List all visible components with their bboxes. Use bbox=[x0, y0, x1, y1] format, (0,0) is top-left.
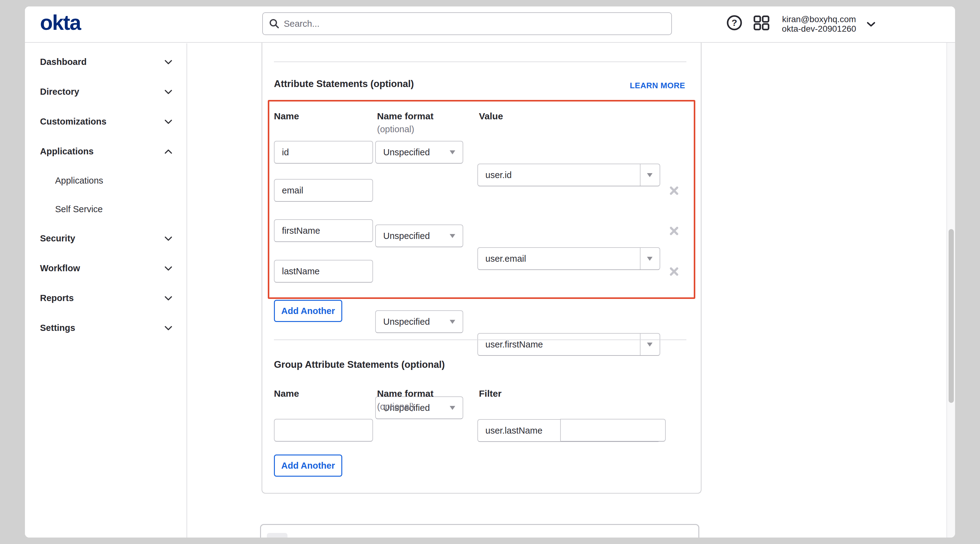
sidebar-item-label: Security bbox=[40, 233, 75, 244]
column-label-name-format: Name format bbox=[377, 389, 433, 399]
next-section-panel bbox=[260, 524, 699, 538]
attr-value-combobox[interactable]: user.id bbox=[477, 163, 660, 186]
sidebar-item-applications[interactable]: Applications bbox=[25, 136, 186, 167]
select-value: Unspecified bbox=[383, 231, 430, 241]
chevron-down-icon bbox=[164, 296, 172, 301]
help-icon[interactable]: ? bbox=[726, 15, 742, 31]
dropdown-arrow-icon bbox=[647, 343, 652, 347]
attr-name-input[interactable] bbox=[274, 179, 373, 202]
attr-name-input[interactable] bbox=[274, 260, 373, 282]
dropdown-arrow-icon bbox=[647, 173, 652, 177]
sidebar-item-security[interactable]: Security bbox=[25, 224, 186, 254]
saml-settings-panel: Attribute Statements (optional) LEARN MO… bbox=[262, 43, 702, 493]
combobox-dropdown-button[interactable] bbox=[640, 248, 660, 270]
account-org: okta-dev-20901260 bbox=[779, 24, 859, 33]
column-label-name: Name bbox=[274, 389, 299, 399]
sidebar-item-settings[interactable]: Settings bbox=[25, 313, 186, 343]
column-label-name: Name bbox=[274, 111, 299, 122]
global-search[interactable] bbox=[262, 12, 672, 35]
dropdown-arrow-icon bbox=[450, 234, 455, 238]
attr-name-format-select[interactable]: Unspecified bbox=[375, 310, 463, 333]
attr-value-combobox[interactable]: user.email bbox=[477, 247, 660, 270]
add-another-button[interactable]: Add Another bbox=[274, 455, 342, 477]
combobox-value: user.firstName bbox=[485, 339, 543, 350]
sidebar-item-label: Directory bbox=[40, 87, 79, 97]
sidebar-item-workflow[interactable]: Workflow bbox=[25, 254, 186, 283]
dropdown-arrow-icon bbox=[450, 151, 455, 154]
combobox-value: user.email bbox=[485, 254, 526, 264]
sidebar-item-label: Reports bbox=[40, 293, 74, 303]
sidebar-item-dashboard[interactable]: Dashboard bbox=[25, 47, 186, 77]
okta-logo[interactable]: okta bbox=[40, 12, 81, 33]
apps-grid-icon[interactable] bbox=[753, 15, 770, 31]
chevron-up-icon bbox=[164, 149, 172, 154]
column-label-optional: (optional) bbox=[377, 124, 414, 135]
sidebar-nav: Dashboard Directory Customizations Appli… bbox=[25, 43, 187, 538]
chevron-down-icon bbox=[164, 89, 172, 94]
section-divider bbox=[274, 62, 686, 62]
svg-text:?: ? bbox=[732, 17, 737, 28]
chevron-down-icon[interactable] bbox=[866, 21, 876, 27]
sidebar-item-applications-sub[interactable]: Applications bbox=[25, 167, 186, 195]
search-icon bbox=[269, 19, 280, 29]
page: { "header": { "logo_text": "okta", "sear… bbox=[0, 0, 980, 544]
select-value: Unspecified bbox=[383, 147, 430, 157]
attr-name-input[interactable] bbox=[274, 219, 373, 242]
sidebar-item-directory[interactable]: Directory bbox=[25, 77, 186, 107]
dropdown-arrow-icon bbox=[450, 320, 455, 324]
search-input[interactable] bbox=[284, 19, 665, 29]
sidebar-item-label: Applications bbox=[40, 146, 94, 157]
attribute-statements-title: Attribute Statements (optional) bbox=[274, 78, 414, 89]
dropdown-arrow-icon bbox=[450, 406, 455, 410]
learn-more-link[interactable]: LEARN MORE bbox=[630, 81, 685, 90]
sidebar-item-label: Workflow bbox=[40, 263, 80, 273]
attr-name-format-select[interactable]: Unspecified bbox=[375, 225, 463, 247]
attr-name-input[interactable] bbox=[274, 141, 373, 163]
chevron-down-icon bbox=[164, 60, 172, 65]
chevron-down-icon bbox=[164, 236, 172, 241]
chevron-down-icon bbox=[164, 266, 172, 271]
chevron-down-icon bbox=[164, 326, 172, 331]
chevron-down-icon bbox=[164, 119, 172, 124]
top-header: okta ? kiran@boxyhq.com okta-dev-2090126… bbox=[25, 6, 955, 43]
group-attribute-statements-title: Group Attribute Statements (optional) bbox=[274, 359, 445, 370]
combobox-value: user.lastName bbox=[485, 426, 542, 436]
account-menu[interactable]: kiran@boxyhq.com okta-dev-20901260 bbox=[779, 14, 859, 33]
section-divider bbox=[274, 339, 686, 340]
scrollbar-track[interactable] bbox=[947, 43, 955, 538]
group-filter-value-input[interactable] bbox=[560, 419, 666, 442]
select-value: Unspecified bbox=[383, 317, 430, 327]
scrollbar-thumb[interactable] bbox=[948, 229, 954, 403]
sidebar-item-reports[interactable]: Reports bbox=[25, 283, 186, 313]
sidebar-item-label: Dashboard bbox=[40, 57, 86, 67]
remove-row-icon[interactable] bbox=[669, 266, 679, 276]
column-label-value: Value bbox=[479, 111, 503, 122]
column-label-filter: Filter bbox=[479, 389, 501, 399]
remove-row-icon[interactable] bbox=[669, 186, 679, 195]
combobox-value: user.id bbox=[485, 170, 512, 180]
section-placeholder-badge bbox=[267, 533, 288, 538]
remove-row-icon[interactable] bbox=[669, 226, 679, 236]
column-label-optional: (optional) bbox=[377, 401, 414, 412]
sidebar-item-label: Customizations bbox=[40, 117, 107, 127]
sidebar-item-label: Self Service bbox=[55, 204, 103, 214]
combobox-dropdown-button[interactable] bbox=[640, 164, 660, 186]
account-email: kiran@boxyhq.com bbox=[779, 14, 859, 24]
dropdown-arrow-icon bbox=[647, 257, 652, 261]
app-window: okta ? kiran@boxyhq.com okta-dev-2090126… bbox=[25, 6, 955, 538]
attr-value-combobox[interactable]: user.firstName bbox=[477, 333, 660, 356]
sidebar-item-label: Settings bbox=[40, 323, 75, 333]
sidebar-item-customizations[interactable]: Customizations bbox=[25, 107, 186, 136]
add-another-button[interactable]: Add Another bbox=[274, 300, 342, 322]
sidebar-item-label: Applications bbox=[55, 176, 103, 186]
combobox-dropdown-button[interactable] bbox=[640, 334, 660, 355]
column-label-name-format: Name format bbox=[377, 111, 433, 122]
group-attr-name-input[interactable] bbox=[274, 419, 373, 442]
sidebar-item-self-service[interactable]: Self Service bbox=[25, 195, 186, 224]
attr-name-format-select[interactable]: Unspecified bbox=[375, 141, 463, 163]
